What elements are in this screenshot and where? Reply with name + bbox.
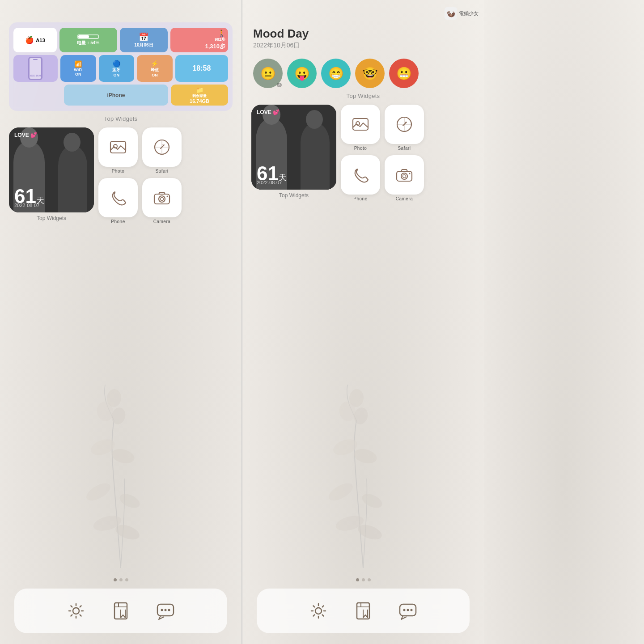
svg-point-16	[161, 198, 164, 201]
phone-icon-right[interactable]	[341, 155, 380, 195]
svg-point-42	[409, 173, 411, 174]
iphone-name: iPhone	[107, 92, 125, 98]
storage-line1: 剩余家量	[192, 93, 207, 98]
app-icons-row2-left: Phone Camera	[98, 178, 233, 224]
love-overlay-left: LOVE 💕 61天 2022-08-07	[9, 127, 94, 212]
svg-point-41	[403, 175, 406, 178]
steps-cell: 🚶 982步 1,310步	[170, 28, 228, 52]
safari-icon-right[interactable]	[385, 105, 424, 144]
mood-emoji-4[interactable]: 😬	[389, 59, 419, 88]
mood-emoji-icon-3: 🤓	[362, 66, 378, 81]
chip-cell: 🍎 A13	[13, 28, 57, 52]
spacer-left	[9, 224, 233, 578]
phone-svg	[109, 188, 127, 207]
date-label: 10月06日	[134, 42, 153, 48]
dock-left	[14, 589, 227, 633]
camera-icon-right[interactable]	[385, 155, 424, 195]
peak-cell: ⚡ 峰值 ON	[137, 55, 173, 82]
mood-emoji-2[interactable]: 😁	[321, 59, 351, 88]
phone-icon-left[interactable]	[98, 178, 138, 217]
chat-svg	[155, 601, 176, 621]
app-icons-col-right: Photo Safari	[341, 105, 475, 201]
love-date-left: 2022-08-07	[14, 203, 39, 208]
phone-app-left: Phone	[98, 178, 138, 224]
wifi-cell: 📶 WiFi ON	[60, 55, 96, 82]
bluetooth-cell: 🔵 蓝牙 ON	[99, 55, 135, 82]
dot-3-right	[368, 578, 371, 581]
ios-version: iOS 16.0	[30, 74, 41, 77]
mood-emoji-3[interactable]: 🤓	[355, 59, 385, 88]
battery-bar-outer	[77, 34, 99, 39]
iphone-name-cell: iPhone	[64, 85, 168, 106]
safari-icon-left[interactable]	[142, 127, 182, 167]
app-icons-row2-right: Phone Camera	[341, 155, 475, 201]
dot-2-left	[119, 578, 123, 581]
time-label: 18:58	[192, 64, 211, 72]
top-widgets-label-left: Top Widgets	[9, 115, 233, 122]
svg-point-15	[159, 196, 165, 202]
top-widgets-label-right: Top Widgets	[251, 93, 475, 99]
app-icons-row1-left: Photo Safari	[98, 127, 233, 174]
notebook-dock-right[interactable]	[347, 595, 379, 627]
safari-app-right: Safari	[385, 105, 424, 151]
watermark: 🦦 電獺少女	[445, 7, 479, 20]
svg-point-22	[161, 609, 163, 611]
love-widget-right[interactable]: LOVE 💕 61天 2022-08-07	[251, 105, 336, 190]
right-screen: 🦦 電獺少女 Mood Day 2022年10月06日 😐 3 😛 😁	[242, 0, 484, 644]
camera-label-right: Camera	[396, 196, 413, 201]
bt-icon: 🔵	[113, 60, 120, 67]
camera-icon-left[interactable]	[142, 178, 182, 217]
notebook-svg-right	[353, 601, 373, 621]
watermark-text: 電獺少女	[459, 10, 479, 17]
storage-cell: 📁 剩余家量 16.74GB	[171, 85, 228, 106]
svg-point-23	[165, 609, 167, 611]
settings-svg-right	[308, 601, 329, 621]
left-screen-content: 🍎 A13 电量：54% 📅 10月06日 🚶 982步 1,310步	[0, 0, 242, 644]
love-widget-label-right: Top Widgets	[279, 192, 309, 199]
settings-dock-right[interactable]	[302, 595, 335, 627]
steps-line2: 1,310步	[205, 42, 225, 51]
steps-icon: 🚶	[218, 30, 225, 37]
phone-image-cell: iOS 16.0	[13, 55, 58, 82]
dot-indicators-left	[9, 578, 233, 581]
svg-point-18	[73, 608, 79, 614]
peak-icon: ⚡	[151, 60, 158, 67]
svg-point-49	[411, 609, 413, 611]
svg-rect-9	[110, 141, 126, 153]
wifi-sub: ON	[75, 72, 81, 76]
camera-label-left: Camera	[153, 219, 171, 224]
svg-point-40	[401, 173, 407, 179]
storage-line2: 16.74GB	[190, 98, 209, 104]
love-widget-container-left: LOVE 💕 61天 2022-08-07 Top Widgets	[9, 127, 94, 224]
camera-svg	[153, 188, 171, 207]
photo-app-right: Photo	[341, 105, 380, 151]
notebook-dock-left[interactable]	[105, 595, 137, 627]
third-panel	[484, 0, 644, 644]
safari-app-left: Safari	[142, 127, 182, 174]
mood-emoji-0[interactable]: 😐 3	[253, 59, 283, 88]
photo-svg	[109, 138, 127, 157]
bt-sub: ON	[114, 73, 120, 77]
time-cell: 18:58	[175, 55, 228, 82]
wifi-icon: 📶	[74, 60, 82, 68]
love-widget-left[interactable]: LOVE 💕 61天 2022-08-07	[9, 127, 94, 212]
dot-3-left	[125, 578, 128, 581]
mood-emojis-row: 😐 3 😛 😁 🤓 😬	[253, 59, 473, 88]
settings-dock-left[interactable]	[60, 595, 92, 627]
photo-svg-right	[351, 115, 370, 134]
mood-emoji-1[interactable]: 😛	[287, 59, 317, 88]
dot-1-right	[356, 578, 359, 581]
apple-logo-icon: 🍎	[25, 36, 34, 44]
photo-icon-left[interactable]	[98, 127, 138, 167]
photo-app-left: Photo	[98, 127, 138, 174]
love-overlay-right: LOVE 💕 61天 2022-08-07	[251, 105, 336, 190]
photo-icon-right[interactable]	[341, 105, 380, 144]
safari-label-left: Safari	[155, 169, 168, 174]
bt-label: 蓝牙	[112, 67, 120, 73]
chat-dock-right[interactable]	[392, 595, 424, 627]
screen-divider	[242, 0, 242, 644]
chat-svg-right	[398, 601, 418, 621]
phone-label-left: Phone	[111, 219, 125, 224]
svg-point-17	[167, 196, 168, 197]
chat-dock-left[interactable]	[149, 595, 182, 627]
